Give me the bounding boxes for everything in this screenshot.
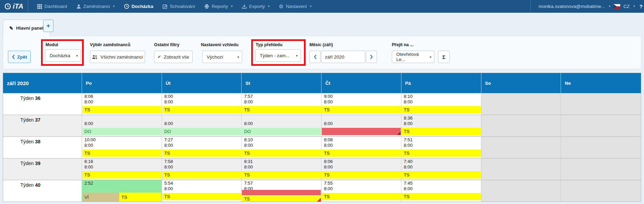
worked-time: 8:10 [401, 93, 481, 99]
other-filters-button[interactable]: ✔ Zobrazit vše [154, 51, 193, 63]
attendance-cell-čt-36[interactable]: 9:008:00TS [321, 93, 401, 115]
export-download-icon [242, 4, 247, 9]
appearance-select[interactable]: Výchozí ▾ [202, 51, 242, 63]
attendance-cell-st-37[interactable]: 8:00DO [242, 115, 321, 136]
nav-divider [530, 0, 531, 13]
weekend-cell [561, 136, 641, 158]
weekend-cell [481, 93, 561, 115]
worked-time: 10:00 [82, 137, 162, 142]
view-type-select[interactable]: Týden - zam... ▾ [255, 49, 301, 62]
person-icon [76, 4, 81, 9]
attendance-cell-po-37[interactable]: 8:00DO [82, 115, 162, 136]
filter-label-typ-prehledu: Typ přehledu [256, 42, 283, 47]
status-bar-ts: TS [322, 106, 401, 113]
attendance-cell-út-37[interactable]: 8:00DO [162, 115, 242, 136]
gear-icon: ⚙ [279, 4, 283, 9]
planned-time: 8:00 [162, 99, 242, 104]
attendance-cell-pá-36[interactable]: 8:108:00TS [401, 93, 481, 115]
attendance-cell-pá-39[interactable]: 7:408:00TS [401, 158, 481, 180]
worked-time: 8:31 [242, 159, 321, 164]
czech-flag-icon [613, 4, 620, 9]
weekend-cell [561, 180, 641, 202]
attendance-cell-čt-39[interactable]: 8:068:00TS [321, 158, 401, 180]
nav-item-exporty[interactable]: Exporty ▾ [242, 4, 269, 9]
nav-item-dochazka[interactable]: Docházka [124, 4, 153, 9]
previous-month-button[interactable] [309, 51, 320, 63]
status-bar-ts: TS [242, 196, 321, 202]
modul-select[interactable]: Docházka ▾ [45, 49, 81, 62]
week-label: Týden 37 [3, 115, 82, 136]
pencil-icon: ✎ [9, 26, 13, 31]
status-bar-ts: TS [242, 106, 321, 113]
day-header-ne: Ne [561, 73, 641, 93]
chevron-down-icon[interactable]: ▾ [633, 5, 635, 8]
language-selector[interactable]: CZ [623, 4, 630, 9]
status-bar-ts: TS [119, 193, 161, 202]
add-tab-button[interactable]: + [43, 20, 53, 32]
clock-icon [124, 4, 129, 9]
help-icon[interactable]: ? [640, 3, 643, 9]
top-navbar: iTA Dashboard Zaměstnanci ▾ Docházka [0, 0, 644, 13]
attendance-cell-po-36[interactable]: 8:068:00TS [82, 93, 162, 115]
planned-time: 8:00 [162, 121, 242, 126]
nav-item-zamestnanci[interactable]: Zaměstnanci ▾ [76, 4, 115, 9]
status-bar-ts: TS [162, 106, 241, 113]
planned-time: 8:00 [321, 164, 401, 170]
filter-panel: Zpět Modul Docházka ▾ Výběr zaměstnanců … [3, 36, 641, 69]
attendance-cell-út-40[interactable]: 5:548:00TS [162, 180, 242, 202]
nav-item-schvalovani[interactable]: Schvalování [163, 4, 195, 9]
attendance-cell-st-38[interactable]: 8:108:00TS [242, 136, 321, 158]
attendance-cell-pá-40[interactable]: 7:458:00TS [401, 180, 481, 202]
week-label: Týden 38 [3, 136, 82, 158]
chevron-right-icon [370, 54, 373, 59]
attendance-cell-út-36[interactable]: 8:008:00TS [162, 93, 242, 115]
worked-time: 7:57 [242, 180, 321, 186]
attendance-cell-čt-38[interactable]: 8:088:00TS [321, 136, 401, 158]
people-icon [92, 55, 98, 59]
planned-time: 8:00 [401, 164, 481, 170]
worked-time: 7:55 [321, 180, 401, 186]
attendance-cell-čt-40[interactable]: 7:558:00TS [321, 180, 401, 202]
split-status-bars: VÍTS [82, 193, 161, 202]
back-button[interactable]: Zpět [8, 51, 31, 63]
weekend-cell [561, 115, 641, 136]
worked-time: 7:57 [242, 93, 321, 99]
attendance-cell-st-40[interactable]: 7:578:00TS [242, 180, 321, 202]
nav-item-nastaveni[interactable]: ⚙ Nastavení ▾ [279, 4, 311, 9]
attendance-cell-pá-38[interactable]: 7:518:00TS [401, 136, 481, 158]
clock-logo-icon [4, 3, 11, 10]
attendance-cell-út-39[interactable]: 7:588:00TS [162, 158, 242, 180]
user-menu[interactable]: monika.svatonova@mobatime... [539, 4, 605, 9]
next-month-button[interactable] [366, 51, 377, 63]
planned-time: 8:00 [321, 142, 401, 148]
attendance-cell-pá-37[interactable]: 8:368:00TS [401, 115, 481, 136]
chevron-down-icon: ▾ [268, 5, 270, 8]
sum-button[interactable]: Σ [438, 51, 450, 63]
nav-item-reporty[interactable]: Reporty ▾ [204, 4, 233, 9]
goto-employee-select[interactable]: Otevřelová Le... ▾ [392, 51, 435, 63]
attendance-cell-po-40[interactable]: 2:52 VÍTS [82, 180, 162, 202]
chevron-down-icon: ▾ [296, 54, 298, 58]
attendance-cell-čt-37[interactable]: 8:00 [321, 115, 401, 136]
chevron-down-icon[interactable]: ▾ [609, 5, 611, 8]
employee-filter-button[interactable]: Všichni zaměstnanci [90, 51, 145, 63]
attendance-cell-st-36[interactable]: 7:578:00TS [242, 93, 321, 115]
worked-time: 8:36 [401, 115, 481, 121]
month-input[interactable] [321, 51, 365, 63]
weekend-cell [481, 158, 561, 180]
worked-time: 6:16 [82, 159, 162, 164]
attendance-cell-po-38[interactable]: 10:008:00TS [82, 136, 162, 158]
status-bar-ts: TS [242, 150, 321, 157]
planned-time: 8:00 [242, 164, 321, 170]
week-label: Týden 36 [3, 93, 82, 115]
status-bar-ts: TS [82, 150, 161, 157]
nav-item-dashboard[interactable]: Dashboard [37, 4, 67, 9]
planned-time: 8:00 [242, 142, 321, 148]
planned-time: 8:00 [162, 186, 242, 191]
attendance-cell-st-39[interactable]: 8:318:00TS [242, 158, 321, 180]
status-bar-ts: TS [322, 150, 401, 157]
attendance-cell-po-39[interactable]: 6:168:00TS [82, 158, 162, 180]
logo-text: iTA [13, 2, 23, 10]
planned-time: 8:00 [401, 186, 481, 191]
attendance-cell-út-38[interactable]: 7:278:00TS [162, 136, 242, 158]
